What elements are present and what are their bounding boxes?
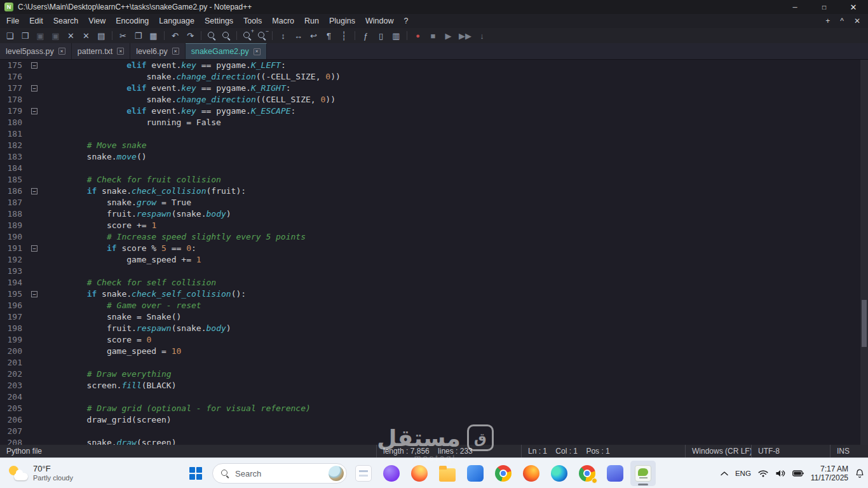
menu-item-edit[interactable]: Edit — [24, 15, 48, 27]
menu-plus-button[interactable]: + — [825, 17, 830, 25]
fold-collapse-icon[interactable]: − — [31, 62, 37, 69]
save-all-icon[interactable]: ▣ — [51, 32, 60, 40]
redo-icon[interactable]: ↷ — [186, 32, 195, 40]
file-explorer-icon[interactable] — [435, 461, 460, 486]
sync-vertical-scrolling-icon[interactable]: ↕ — [278, 32, 288, 40]
code-line: 188 fruit.respawn(snake.body) — [0, 208, 868, 220]
print-icon[interactable]: ▤ — [97, 32, 106, 40]
tab-close-icon[interactable]: ✕ — [117, 48, 124, 55]
menu-item-language[interactable]: Language — [154, 15, 200, 27]
menu-item-settings[interactable]: Settings — [200, 15, 238, 27]
fold-margin — [28, 128, 41, 140]
copy-icon[interactable]: ❐ — [133, 32, 143, 40]
fold-margin: − — [28, 243, 41, 254]
edge-icon[interactable] — [546, 461, 572, 486]
close-file-icon[interactable]: ✕ — [66, 32, 76, 40]
play-macro-icon[interactable]: ▶ — [444, 32, 453, 40]
scrollbar-thumb[interactable] — [862, 300, 867, 347]
document-switcher-icon[interactable]: ▥ — [391, 32, 401, 40]
tab-close-icon[interactable]: ✕ — [254, 48, 261, 55]
tray-chevron-up-icon[interactable] — [721, 471, 728, 476]
menu-item-view[interactable]: View — [83, 15, 111, 27]
sync-horizontal-scrolling-icon[interactable]: ↔ — [294, 32, 303, 40]
tab-snakegame2-py[interactable]: snakeGame2.py✕ — [186, 43, 267, 59]
blue-app-icon[interactable] — [463, 461, 488, 486]
tab-close-icon[interactable]: ✕ — [172, 48, 179, 55]
blue-gradient-app-icon[interactable] — [602, 461, 628, 486]
fold-margin: − — [28, 105, 41, 117]
undo-icon[interactable]: ↶ — [170, 32, 180, 40]
white-app-icon[interactable] — [351, 461, 376, 486]
fold-collapse-icon[interactable]: − — [31, 108, 37, 114]
maximize-button[interactable]: □ — [810, 0, 839, 14]
document-map-icon[interactable]: ▯ — [376, 32, 386, 40]
run-macro-multiple-times-icon[interactable]: ▶▶ — [459, 32, 471, 40]
status-encoding[interactable]: UTF-8 — [751, 445, 830, 458]
tab-pattern-txt[interactable]: pattern.txt✕ — [72, 43, 131, 59]
save-file-icon[interactable]: ▣ — [36, 32, 45, 40]
line-number: 178 — [0, 94, 28, 105]
zoom-in-icon[interactable]: + — [243, 31, 252, 40]
menu-item-file[interactable]: File — [1, 15, 24, 27]
menu-item-encoding[interactable]: Encoding — [111, 15, 154, 27]
wifi-icon[interactable] — [758, 470, 768, 477]
close-button[interactable]: ✕ — [839, 0, 868, 14]
minimize-button[interactable]: ─ — [780, 0, 810, 14]
fold-collapse-icon[interactable]: − — [31, 85, 37, 92]
status-eol-format[interactable]: Windows (CR LF) — [685, 445, 751, 458]
menu-item-tools[interactable]: Tools — [238, 15, 267, 27]
notepad-plus-plus-taskbar-icon[interactable] — [630, 461, 656, 486]
taskbar-clock[interactable]: 7:17 AM 11/17/2025 — [811, 464, 848, 482]
language-indicator[interactable]: ENG — [735, 470, 751, 477]
editor[interactable]: 175− elif event.key == pygame.K_LEFT:176… — [0, 60, 868, 445]
cut-icon[interactable]: ✂ — [118, 32, 128, 40]
menu-item-plugins[interactable]: Plugins — [324, 15, 360, 27]
start-button[interactable] — [183, 461, 208, 486]
taskbar-search[interactable]: Search — [212, 463, 347, 484]
stop-recording-icon[interactable]: ■ — [428, 32, 438, 40]
fold-collapse-icon[interactable]: − — [31, 188, 37, 194]
menu-item-run[interactable]: Run — [299, 15, 324, 27]
word-wrap-icon[interactable]: ↩ — [309, 32, 318, 40]
tab-close-icon[interactable]: ✕ — [58, 48, 65, 55]
code-line: 200 game_speed = 10 — [0, 346, 868, 357]
fold-collapse-icon[interactable]: − — [31, 291, 37, 297]
tab-level6-py[interactable]: level6.py✕ — [130, 43, 185, 59]
menu-item-window[interactable]: Window — [360, 15, 398, 27]
indent-guide-icon[interactable]: ┆ — [339, 32, 349, 40]
fold-collapse-icon[interactable]: − — [31, 245, 37, 252]
vertical-scrollbar[interactable] — [860, 60, 868, 445]
record-macro-icon[interactable]: ● — [413, 32, 423, 39]
chrome-notification-icon[interactable] — [574, 461, 600, 486]
menu-collapse-button[interactable]: ^ — [840, 17, 844, 25]
menu-close-button[interactable]: ✕ — [854, 17, 860, 25]
battery-icon[interactable] — [792, 470, 804, 477]
function-list-icon[interactable]: ƒ — [361, 32, 370, 40]
status-insert-mode[interactable]: INS — [830, 445, 868, 458]
code-text: # Move snake — [41, 140, 868, 151]
open-file-icon[interactable]: ❒ — [20, 32, 30, 40]
chrome-icon[interactable] — [491, 461, 516, 486]
search-daily-image[interactable] — [329, 466, 344, 481]
firefox-secondary-icon[interactable] — [519, 461, 544, 486]
replace-icon[interactable] — [222, 31, 231, 40]
save-macro-icon[interactable]: ↓ — [477, 32, 487, 40]
zoom-out-icon[interactable]: − — [257, 31, 266, 40]
menu-item-help[interactable]: ? — [398, 15, 413, 27]
toolbar-separator — [201, 31, 201, 40]
titlebar[interactable]: N C:\Users\Main\Desktop\learnC++\tasks\s… — [0, 0, 868, 14]
close-all-icon[interactable]: ✕ — [81, 32, 91, 40]
code-text: # Check for fruit collision — [41, 174, 868, 186]
weather-widget[interactable]: 70°F Partly cloudy — [4, 461, 78, 486]
notification-bell-icon[interactable] — [855, 469, 864, 478]
volume-icon[interactable] — [775, 470, 785, 477]
firefox-icon[interactable] — [407, 461, 432, 486]
show-all-characters-icon[interactable]: ¶ — [324, 32, 334, 40]
menu-item-search[interactable]: Search — [48, 15, 84, 27]
new-file-icon[interactable]: ❏ — [5, 32, 15, 40]
find-icon[interactable] — [207, 31, 216, 40]
tab-level5pass-py[interactable]: level5pass.py✕ — [0, 43, 72, 59]
paste-icon[interactable]: ▦ — [149, 32, 158, 40]
purple-circle-app-icon[interactable] — [379, 461, 404, 486]
menu-item-macro[interactable]: Macro — [267, 15, 299, 27]
